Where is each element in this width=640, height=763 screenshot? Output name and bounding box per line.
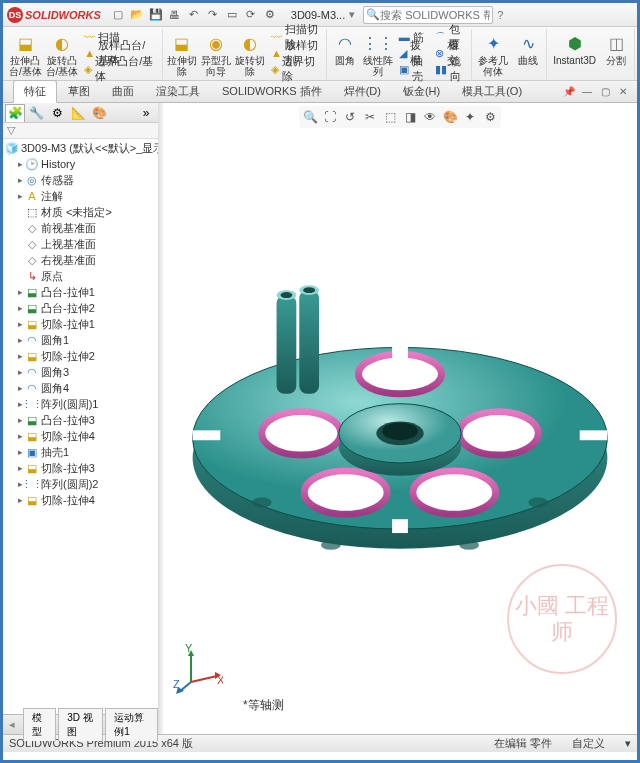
- tree-feature-item[interactable]: ▸⬓切除-拉伸4: [3, 428, 158, 444]
- minimize-icon[interactable]: —: [579, 85, 595, 99]
- ref-geometry-button[interactable]: ✦参考几 何体: [474, 29, 512, 79]
- shell-icon: ▣: [399, 63, 409, 76]
- feature-icon: ⬓: [25, 285, 39, 299]
- tab-render[interactable]: 渲染工具: [145, 80, 211, 103]
- split-button[interactable]: ◫分割: [600, 29, 632, 68]
- tree-feature-item[interactable]: ▸⬓切除-拉伸3: [3, 460, 158, 476]
- tab-features[interactable]: 特征: [13, 80, 57, 103]
- tree-feature-item[interactable]: ▸⋮⋮阵列(圆周)1: [3, 396, 158, 412]
- tree-history[interactable]: ▸🕑History: [3, 156, 158, 172]
- ribbon: ⬓拉伸凸 台/基体 ◐旋转凸 台/基体 〰扫描 ▲放样凸台/基体 ◈边界凸台/基…: [3, 27, 637, 81]
- revolve-cut-button[interactable]: ◐旋转切 除: [233, 29, 267, 79]
- feature-icon: ◠: [25, 381, 39, 395]
- search-input[interactable]: [380, 9, 490, 21]
- tree-feature-item[interactable]: ▸⬓切除-拉伸2: [3, 348, 158, 364]
- svg-point-2: [359, 354, 442, 394]
- print-icon[interactable]: 🖶: [166, 6, 184, 24]
- tree-feature-item[interactable]: ▸⬓切除-拉伸1: [3, 316, 158, 332]
- save-icon[interactable]: 💾: [147, 6, 165, 24]
- tree-right-plane[interactable]: ◇右视基准面: [3, 252, 158, 268]
- undo-icon[interactable]: ↶: [185, 6, 203, 24]
- window-controls: 📌 — ▢ ✕: [561, 85, 637, 99]
- feature-icon: ▣: [25, 445, 39, 459]
- hole-wizard-button[interactable]: ◉异型孔 向导: [199, 29, 233, 79]
- boundary-cut-button[interactable]: ◈边界切除: [267, 61, 324, 77]
- redo-icon[interactable]: ↷: [204, 6, 222, 24]
- tab-weldments[interactable]: 焊件(D): [333, 80, 392, 103]
- tree-feature-item[interactable]: ▸▣抽壳1: [3, 444, 158, 460]
- mirror-button[interactable]: ▮▮镜向: [431, 61, 469, 77]
- tree-sensors[interactable]: ▸◎传感器: [3, 172, 158, 188]
- tab-addins[interactable]: SOLIDWORKS 插件: [211, 80, 333, 103]
- tree-feature-item[interactable]: ▸⋮⋮阵列(圆周)2: [3, 476, 158, 492]
- tree-root[interactable]: 🧊3D09-M3 (默认<<默认>_显示: [3, 140, 158, 156]
- new-icon[interactable]: ▢: [109, 6, 127, 24]
- fillet-icon: ◠: [333, 31, 357, 55]
- svg-point-24: [528, 498, 548, 508]
- instant3d-button[interactable]: ⬢Instant3D: [549, 29, 600, 68]
- tree-feature-item[interactable]: ▸⬓凸台-拉伸3: [3, 412, 158, 428]
- revolve-boss-button[interactable]: ◐旋转凸 台/基体: [44, 29, 81, 79]
- configmgr-tab-icon[interactable]: ⚙: [47, 104, 67, 122]
- tree-material[interactable]: ⬚材质 <未指定>: [3, 204, 158, 220]
- status-dropdown-icon[interactable]: ▾: [625, 737, 631, 750]
- curves-button[interactable]: ∿曲线: [512, 29, 544, 68]
- instant3d-icon: ⬢: [563, 31, 587, 55]
- status-custom: 自定义: [572, 736, 605, 751]
- graphics-viewport[interactable]: 🔍 ⛶ ↺ ✂ ⬚ ◨ 👁 🎨 ✦ ⚙: [163, 103, 637, 734]
- tree-feature-item[interactable]: ▸⬓凸台-拉伸1: [3, 284, 158, 300]
- tab-model[interactable]: 模型: [23, 708, 56, 741]
- tree-feature-item[interactable]: ▸⬓凸台-拉伸2: [3, 300, 158, 316]
- featuremgr-tab-icon[interactable]: 🧩: [5, 104, 25, 122]
- boundary-icon: ◈: [84, 63, 92, 76]
- boundary-boss-button[interactable]: ◈边界凸台/基体: [80, 61, 160, 77]
- options-icon[interactable]: ⚙: [261, 6, 279, 24]
- display-tab-icon[interactable]: 🎨: [89, 104, 109, 122]
- feature-tree: 🧊3D09-M3 (默认<<默认>_显示 ▸🕑History ▸◎传感器 ▸A注…: [3, 139, 158, 714]
- tree-front-plane[interactable]: ◇前视基准面: [3, 220, 158, 236]
- tree-origin[interactable]: ↳原点: [3, 268, 158, 284]
- select-icon[interactable]: ▭: [223, 6, 241, 24]
- fillet-button[interactable]: ◠圆角: [329, 29, 361, 68]
- extrude-cut-button[interactable]: ⬓拉伸切 除: [165, 29, 199, 79]
- tab-sketch[interactable]: 草图: [57, 80, 101, 103]
- ds-icon: DS: [7, 7, 23, 23]
- plane-icon: ◇: [25, 237, 39, 251]
- sweep-cut-icon: 〰: [271, 31, 282, 43]
- tab-motion[interactable]: 运动算例1: [105, 708, 158, 741]
- svg-point-3: [262, 412, 341, 455]
- tree-feature-item[interactable]: ▸⬓切除-拉伸4: [3, 492, 158, 508]
- svg-point-21: [321, 540, 341, 550]
- rebuild-icon[interactable]: ⟳: [242, 6, 260, 24]
- tab-scroll-left-icon[interactable]: ◂: [3, 718, 21, 731]
- svg-point-14: [382, 422, 418, 440]
- propertymgr-tab-icon[interactable]: 🔧: [26, 104, 46, 122]
- close-icon[interactable]: ✕: [615, 85, 631, 99]
- tab-sheetmetal[interactable]: 钣金(H): [392, 80, 451, 103]
- tree-feature-item[interactable]: ▸◠圆角3: [3, 364, 158, 380]
- tab-3dview[interactable]: 3D 视图: [58, 708, 103, 741]
- help-icon[interactable]: ?: [497, 9, 503, 21]
- dimxpert-tab-icon[interactable]: 📐: [68, 104, 88, 122]
- orientation-triad[interactable]: Y X Z: [173, 644, 223, 694]
- maximize-icon[interactable]: ▢: [597, 85, 613, 99]
- tree-annotations[interactable]: ▸A注解: [3, 188, 158, 204]
- quick-access-toolbar: ▢ 📂 💾 🖶 ↶ ↷ ▭ ⟳ ⚙: [109, 6, 279, 24]
- app-logo: DS SOLIDWORKS: [7, 7, 101, 23]
- expand-icon[interactable]: »: [136, 104, 156, 122]
- open-icon[interactable]: 📂: [128, 6, 146, 24]
- tab-surface[interactable]: 曲面: [101, 80, 145, 103]
- help-search[interactable]: 🔍: [363, 6, 493, 24]
- extrude-boss-button[interactable]: ⬓拉伸凸 台/基体: [7, 29, 44, 79]
- feature-label: 切除-拉伸2: [41, 349, 95, 364]
- tree-feature-item[interactable]: ▸◠圆角1: [3, 332, 158, 348]
- pin-icon[interactable]: 📌: [561, 85, 577, 99]
- linear-pattern-button[interactable]: ⋮⋮线性阵 列: [361, 29, 394, 79]
- filter-bar[interactable]: ▽: [3, 123, 158, 139]
- tree-feature-item[interactable]: ▸◠圆角4: [3, 380, 158, 396]
- shell-button[interactable]: ▣抽壳: [395, 61, 431, 77]
- tree-top-plane[interactable]: ◇上视基准面: [3, 236, 158, 252]
- tab-mold[interactable]: 模具工具(O): [451, 80, 533, 103]
- doc-dropdown-icon[interactable]: ▾: [349, 8, 355, 21]
- rib-icon: ▬: [399, 31, 410, 43]
